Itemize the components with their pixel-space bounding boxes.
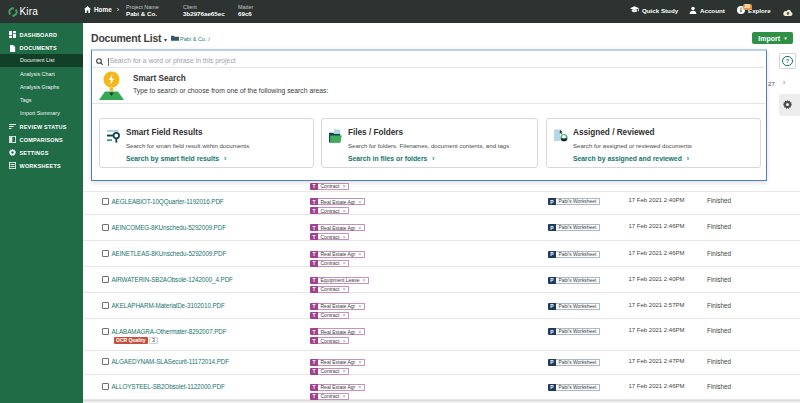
tag-remove-icon[interactable]: ×	[342, 368, 345, 374]
document-tag[interactable]: T Contract×	[310, 368, 349, 375]
document-tag[interactable]: T Real Estate Agr×	[310, 328, 365, 335]
home-chevron-icon: ›	[117, 6, 119, 13]
document-tag[interactable]: T Real Estate Agr×	[310, 198, 365, 205]
tag-remove-icon[interactable]: ×	[342, 286, 345, 292]
row-checkbox[interactable]	[102, 250, 109, 257]
covered-row-tag[interactable]: T Contract×	[310, 183, 349, 190]
tag-remove-icon[interactable]: ×	[342, 208, 345, 214]
document-name-link[interactable]: AEGLEABIOT-10QQuarter-1192016.PDF	[112, 198, 224, 205]
tag-remove-icon[interactable]: ×	[358, 359, 361, 365]
tag-remove-icon[interactable]: ×	[342, 312, 345, 318]
document-tag[interactable]: T Contract×	[310, 233, 349, 240]
tag-remove-icon[interactable]: ×	[342, 393, 345, 399]
sidebar-item-import-summary[interactable]: Import Summary	[0, 107, 83, 120]
sidebar-item-analysis-graphs[interactable]: Analysis Graphs	[0, 81, 83, 94]
files-folders-card[interactable]: Files / Folders Search for folders. File…	[321, 118, 538, 168]
document-name-link[interactable]: AIRWATERIN-SB2AObsole-1242000_4.PDF	[112, 276, 233, 283]
tag-label: Contract	[321, 286, 340, 292]
pagination-next-icon[interactable]: ›	[783, 79, 785, 86]
sidebar-item-worksheets[interactable]: WORKSHEETS	[0, 159, 83, 172]
pagination-count: 27	[768, 80, 775, 87]
document-tag[interactable]: T Real Estate Agr×	[310, 384, 365, 391]
worksheet-tag[interactable]: P Pabi's Worksheet	[548, 251, 600, 258]
assigned-reviewed-card[interactable]: Assigned / Reviewed Search for assigned …	[546, 118, 761, 168]
sidebar-item-dashboard[interactable]: DASHBOARD	[0, 28, 83, 41]
worksheet-tag[interactable]: P Pabi's Worksheet	[548, 277, 600, 284]
worksheet-tag[interactable]: P Pabi's Worksheet	[548, 198, 600, 205]
assigned-reviewed-title: Assigned / Reviewed	[573, 128, 654, 137]
files-folders-desc: Search for folders. Filenames, document …	[348, 142, 509, 149]
document-tag[interactable]: T Contract×	[310, 260, 349, 267]
worksheet-tag[interactable]: P Pabi's Worksheet	[548, 224, 600, 231]
document-name-link[interactable]: AKELAPHARM-MaterialDe-3102010.PDF	[112, 302, 225, 309]
tag-remove-icon[interactable]: ×	[362, 277, 365, 283]
document-tag[interactable]: T Equipment Lease×	[310, 277, 369, 284]
sidebar-item-analysis-chart[interactable]: Analysis Chart	[0, 68, 83, 81]
kira-logo[interactable]: Kira	[8, 3, 38, 20]
document-tag[interactable]: T Contract×	[310, 393, 349, 400]
home-link[interactable]: Home ›	[84, 6, 119, 13]
worksheet-tag[interactable]: P Pabi's Worksheet	[548, 303, 600, 310]
sidebar-item-tags[interactable]: Tags	[0, 94, 83, 107]
matter-label: Matter	[238, 4, 253, 10]
tag-remove-icon[interactable]: ×	[358, 303, 361, 309]
document-tag[interactable]: T Real Estate Agr×	[310, 359, 365, 366]
tag-type-icon: T	[310, 233, 318, 240]
sidebar-item-settings[interactable]: SETTINGS	[0, 146, 83, 159]
search-input[interactable]: Search for a word or phrase in this proj…	[92, 51, 765, 68]
document-tag[interactable]: T Contract×	[310, 207, 349, 214]
tag-remove-icon[interactable]: ×	[358, 384, 361, 390]
document-tag[interactable]: T Real Estate Agr×	[310, 251, 365, 258]
sidebar-item-comparisons[interactable]: COMPARISONS	[0, 133, 83, 146]
files-folders-link[interactable]: Search in files or folders›	[348, 155, 435, 162]
worksheet-tag[interactable]: P Pabi's Worksheet	[548, 384, 600, 391]
document-name-link[interactable]: ALGAEDYNAM-SLASecurit-11172014.PDF	[112, 358, 229, 365]
breadcrumb[interactable]: Pabi & Co. /	[180, 36, 210, 42]
files-folders-icon	[329, 129, 342, 144]
sidebar-item-documents[interactable]: DOCUMENTS	[0, 42, 83, 55]
tag-remove-icon[interactable]: ×	[342, 338, 345, 344]
worksheet-tag[interactable]: P Pabi's Worksheet	[548, 359, 600, 366]
document-name-link[interactable]: AEINCOMEG-8KUnschedu-5292009.PDF	[112, 224, 226, 231]
smart-field-results-card[interactable]: Smart Field Results Search for smart fie…	[99, 118, 314, 168]
bottom-scrollbar-strip[interactable]	[83, 400, 800, 403]
cloud-sync-button[interactable]	[783, 9, 793, 16]
document-name-link[interactable]: AEINETLEAS-8KUnschedu-5292009.PDF	[112, 250, 227, 257]
smart-field-results-link-label: Search by smart field results	[126, 155, 219, 162]
column-settings-gear-icon[interactable]	[783, 100, 792, 109]
sidebar-item-review-status[interactable]: REVIEW STATUS	[0, 120, 83, 133]
tag-remove-icon[interactable]: ×	[358, 329, 361, 335]
document-name-link[interactable]: ALLOYSTEEL-SB2Obsolet-1122000.PDF	[112, 383, 225, 390]
tag-remove-icon[interactable]: ×	[342, 183, 345, 189]
row-checkbox[interactable]	[102, 383, 109, 390]
document-tag[interactable]: T Real Estate Agr×	[310, 303, 365, 310]
row-checkbox[interactable]	[102, 358, 109, 365]
sidebar-item-document-list[interactable]: Document List	[0, 54, 83, 67]
help-button[interactable]: ?	[779, 53, 796, 69]
row-checkbox[interactable]	[102, 198, 109, 205]
worksheet-tag[interactable]: P Pabi's Worksheet	[548, 328, 600, 335]
tag-remove-icon[interactable]: ×	[358, 251, 361, 257]
tag-remove-icon[interactable]: ×	[358, 225, 361, 231]
tag-remove-icon[interactable]: ×	[342, 260, 345, 266]
document-tag[interactable]: T Contract×	[310, 337, 349, 344]
assigned-reviewed-link[interactable]: Search by assigned and reviewed›	[573, 155, 689, 162]
account-button[interactable]: Account	[689, 6, 725, 14]
document-tag[interactable]: T Contract×	[310, 286, 349, 293]
row-status: Finished	[707, 302, 731, 309]
row-checkbox[interactable]	[102, 328, 109, 335]
tag-remove-icon[interactable]: ×	[342, 234, 345, 240]
document-name-link[interactable]: ALABAMAGRA-Othermater-8292007.PDF	[112, 328, 227, 335]
row-checkbox[interactable]	[102, 224, 109, 231]
import-button[interactable]: Import ▾	[752, 32, 793, 44]
document-tag[interactable]: T Contract×	[310, 312, 349, 319]
smart-field-results-link[interactable]: Search by smart field results›	[126, 155, 226, 162]
quick-study-button[interactable]: Quick Study	[630, 6, 678, 14]
document-icon	[9, 45, 16, 52]
breadcrumb-caret-icon[interactable]: ▾	[164, 36, 167, 43]
row-checkbox[interactable]	[102, 276, 109, 283]
search-placeholder: Search for a word or phrase in this proj…	[110, 57, 236, 64]
row-checkbox[interactable]	[102, 302, 109, 309]
document-tag[interactable]: T Real Estate Agr×	[310, 224, 365, 231]
tag-remove-icon[interactable]: ×	[358, 199, 361, 205]
